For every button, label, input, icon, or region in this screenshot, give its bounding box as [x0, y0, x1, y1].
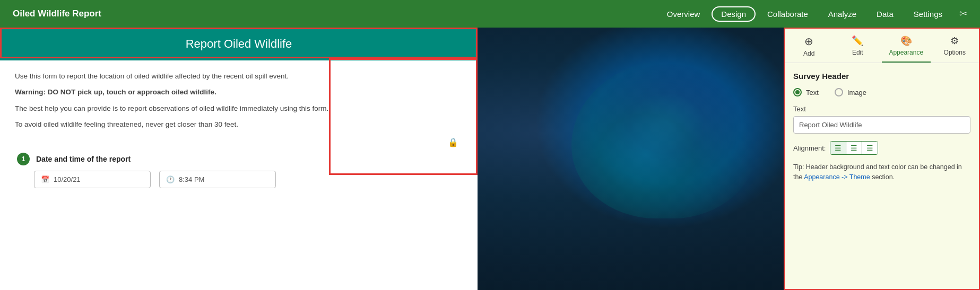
- tip-text: Tip: Header background and text color ca…: [793, 162, 970, 182]
- description-2: The best help you can provide is to repo…: [15, 103, 463, 114]
- appearance-tab-icon: 🎨: [900, 35, 912, 47]
- align-right-button[interactable]: ☰: [862, 142, 878, 154]
- survey-header-wrapper: Report Oiled Wildlife: [0, 28, 478, 60]
- tab-add[interactable]: ⊕ Add: [785, 29, 834, 63]
- radio-text-dot: [795, 90, 800, 94]
- main-area: Report Oiled Wildlife Use this form to r…: [0, 28, 980, 290]
- tab-edit[interactable]: ✏️ Edit: [834, 29, 882, 63]
- add-tab-label: Add: [803, 50, 814, 57]
- top-navigation: Oiled Wildlife Report Overview Design Co…: [0, 0, 980, 28]
- survey-header-text: Report Oiled Wildlife: [186, 37, 292, 50]
- calendar-icon: 📅: [41, 175, 49, 183]
- appearance-theme-link[interactable]: Appearance -> Theme: [804, 173, 870, 181]
- date-value: 10/20/21: [54, 175, 81, 183]
- lock-container: 🔒: [15, 135, 463, 150]
- radio-image-label: Image: [847, 89, 866, 96]
- alignment-label: Alignment:: [793, 144, 826, 152]
- tab-options[interactable]: ⚙ Options: [931, 29, 979, 63]
- share-icon[interactable]: ✂: [959, 8, 967, 20]
- question-1-section: 1 Date and time of the report: [15, 153, 463, 165]
- alignment-buttons: ☰ ☰ ☰: [830, 141, 878, 155]
- warning-text: Warning: DO NOT pick up, touch or approa…: [15, 87, 463, 98]
- panel-body: Survey Header Text Image Text Al: [785, 63, 979, 191]
- form-body: Use this form to report the location of …: [0, 60, 478, 199]
- form-area: Report Oiled Wildlife Use this form to r…: [0, 28, 784, 290]
- nav-settings[interactable]: Settings: [905, 6, 951, 22]
- right-panel: ⊕ Add ✏️ Edit 🎨 Appearance ⚙ Options Sur…: [784, 28, 980, 290]
- radio-text-circle: [793, 88, 802, 96]
- lock-icon: 🔒: [448, 137, 458, 147]
- nav-analyze[interactable]: Analyze: [820, 6, 865, 22]
- header-type-radio-group: Text Image: [793, 88, 970, 96]
- clock-icon: 🕐: [166, 175, 175, 183]
- radio-image-circle: [835, 88, 843, 96]
- nav-items: Overview Design Collaborate Analyze Data…: [658, 6, 967, 22]
- radio-text-label: Text: [806, 89, 819, 96]
- add-tab-icon: ⊕: [804, 35, 813, 48]
- panel-section-title: Survey Header: [793, 72, 970, 81]
- options-tab-label: Options: [944, 49, 966, 56]
- panel-tabs: ⊕ Add ✏️ Edit 🎨 Appearance ⚙ Options: [785, 29, 979, 63]
- alignment-row: Alignment: ☰ ☰ ☰: [793, 141, 970, 155]
- description-1: Use this form to report the location of …: [15, 71, 463, 82]
- nav-collaborate[interactable]: Collaborate: [759, 6, 817, 22]
- date-time-inputs: 📅 10/20/21 🕐 8:34 PM: [15, 171, 463, 188]
- edit-tab-icon: ✏️: [852, 35, 863, 47]
- survey-header[interactable]: Report Oiled Wildlife: [0, 28, 478, 60]
- appearance-tab-label: Appearance: [889, 49, 923, 56]
- question-number-1: 1: [17, 153, 30, 165]
- question-1-label: Date and time of the report: [36, 155, 131, 163]
- nav-design[interactable]: Design: [712, 6, 756, 22]
- form-content: Report Oiled Wildlife Use this form to r…: [0, 28, 478, 290]
- edit-tab-label: Edit: [852, 49, 863, 56]
- tab-appearance[interactable]: 🎨 Appearance: [882, 29, 931, 63]
- tip-text-after: section.: [870, 173, 895, 181]
- text-field-label: Text: [793, 105, 970, 113]
- time-input[interactable]: 🕐 8:34 PM: [159, 171, 276, 188]
- date-input[interactable]: 📅 10/20/21: [34, 171, 151, 188]
- header-text-input[interactable]: [793, 116, 970, 134]
- nav-overview[interactable]: Overview: [658, 6, 709, 22]
- app-title: Oiled Wildlife Report: [13, 8, 658, 19]
- options-tab-icon: ⚙: [950, 35, 959, 47]
- time-value: 8:34 PM: [179, 175, 204, 183]
- description-3: To avoid oiled wildilfe feeling threaten…: [15, 119, 463, 130]
- align-left-button[interactable]: ☰: [830, 142, 846, 154]
- radio-text-option[interactable]: Text: [793, 88, 819, 96]
- align-center-button[interactable]: ☰: [846, 142, 862, 154]
- nav-data[interactable]: Data: [868, 6, 902, 22]
- radio-image-option[interactable]: Image: [835, 88, 866, 96]
